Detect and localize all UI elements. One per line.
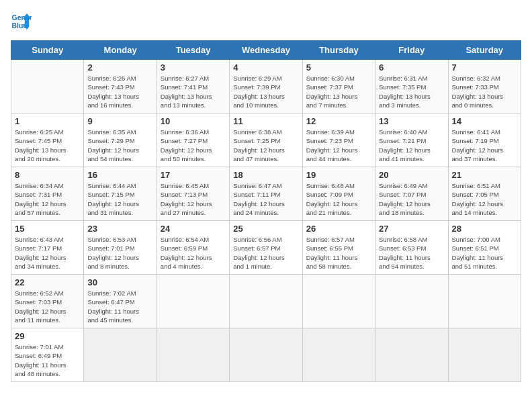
- day-cell: [375, 275, 448, 328]
- day-detail: Sunrise: 6:54 AMSunset: 6:59 PMDaylight:…: [161, 235, 226, 271]
- day-cell: 1Sunrise: 6:25 AMSunset: 7:45 PMDaylight…: [11, 113, 84, 167]
- day-number: 9: [87, 116, 152, 126]
- day-cell: 10Sunrise: 6:36 AMSunset: 7:27 PMDayligh…: [157, 113, 229, 167]
- day-number: 16: [87, 170, 152, 180]
- day-detail: Sunrise: 6:47 AMSunset: 7:11 PMDaylight:…: [233, 181, 298, 217]
- day-number: 26: [306, 224, 371, 234]
- day-cell: 25Sunrise: 6:56 AMSunset: 6:57 PMDayligh…: [230, 221, 302, 275]
- header-friday: Friday: [375, 41, 448, 60]
- day-cell: 2Sunrise: 6:26 AMSunset: 7:43 PMDaylight…: [84, 60, 157, 113]
- day-number: 8: [15, 170, 80, 180]
- day-number: 14: [452, 116, 517, 126]
- day-cell: [302, 328, 375, 382]
- day-number: 10: [161, 116, 226, 126]
- day-detail: Sunrise: 6:25 AMSunset: 7:45 PMDaylight:…: [15, 128, 80, 163]
- header-sunday: Sunday: [11, 41, 84, 60]
- day-detail: Sunrise: 6:43 AMSunset: 7:17 PMDaylight:…: [15, 235, 80, 271]
- day-detail: Sunrise: 6:58 AMSunset: 6:53 PMDaylight:…: [379, 235, 444, 271]
- day-detail: Sunrise: 6:44 AMSunset: 7:15 PMDaylight:…: [87, 181, 152, 217]
- day-detail: Sunrise: 6:30 AMSunset: 7:37 PMDaylight:…: [306, 74, 371, 109]
- calendar-table: SundayMondayTuesdayWednesdayThursdayFrid…: [11, 40, 521, 382]
- day-detail: Sunrise: 7:00 AMSunset: 6:51 PMDaylight:…: [452, 235, 517, 271]
- day-number: 3: [161, 62, 226, 73]
- day-number: 13: [379, 116, 444, 126]
- day-number: 5: [306, 62, 371, 73]
- day-detail: Sunrise: 6:41 AMSunset: 7:19 PMDaylight:…: [452, 128, 517, 163]
- day-number: 15: [15, 224, 80, 234]
- calendar-header: SundayMondayTuesdayWednesdayThursdayFrid…: [11, 41, 521, 60]
- day-number: 28: [452, 224, 517, 234]
- day-detail: Sunrise: 6:49 AMSunset: 7:07 PMDaylight:…: [379, 181, 444, 217]
- logo: General Blue: [11, 11, 32, 32]
- day-number: 29: [15, 331, 80, 341]
- day-cell: 8Sunrise: 6:34 AMSunset: 7:31 PMDaylight…: [11, 167, 84, 221]
- day-number: 12: [306, 116, 371, 126]
- day-detail: Sunrise: 6:29 AMSunset: 7:39 PMDaylight:…: [233, 74, 298, 109]
- day-detail: Sunrise: 7:01 AMSunset: 6:49 PMDaylight:…: [15, 342, 80, 378]
- day-number: 2: [87, 62, 152, 73]
- day-number: 23: [87, 224, 152, 234]
- day-number: 7: [452, 62, 517, 73]
- day-cell: [84, 328, 157, 382]
- day-cell: [157, 275, 229, 328]
- day-detail: Sunrise: 6:51 AMSunset: 7:05 PMDaylight:…: [452, 181, 517, 217]
- day-cell: 22Sunrise: 6:52 AMSunset: 7:03 PMDayligh…: [11, 275, 84, 328]
- day-cell: 19Sunrise: 6:48 AMSunset: 7:09 PMDayligh…: [302, 167, 375, 221]
- day-cell: 14Sunrise: 6:41 AMSunset: 7:19 PMDayligh…: [448, 113, 521, 167]
- day-cell: 30Sunrise: 7:02 AMSunset: 6:47 PMDayligh…: [84, 275, 157, 328]
- day-detail: Sunrise: 6:52 AMSunset: 7:03 PMDaylight:…: [15, 289, 80, 324]
- header: General Blue: [11, 11, 521, 32]
- day-number: 20: [379, 170, 444, 180]
- day-cell: [230, 275, 302, 328]
- week-row-6: 29Sunrise: 7:01 AMSunset: 6:49 PMDayligh…: [11, 328, 521, 382]
- week-row-3: 8Sunrise: 6:34 AMSunset: 7:31 PMDaylight…: [11, 167, 521, 221]
- day-cell: 6Sunrise: 6:31 AMSunset: 7:35 PMDaylight…: [375, 60, 448, 113]
- day-detail: Sunrise: 6:32 AMSunset: 7:33 PMDaylight:…: [452, 74, 517, 109]
- day-cell: [375, 328, 448, 382]
- day-detail: Sunrise: 6:39 AMSunset: 7:23 PMDaylight:…: [306, 128, 371, 163]
- header-thursday: Thursday: [302, 41, 375, 60]
- day-cell: 17Sunrise: 6:45 AMSunset: 7:13 PMDayligh…: [157, 167, 229, 221]
- day-cell: 29Sunrise: 7:01 AMSunset: 6:49 PMDayligh…: [11, 328, 84, 382]
- day-detail: Sunrise: 6:27 AMSunset: 7:41 PMDaylight:…: [161, 74, 226, 109]
- day-cell: 20Sunrise: 6:49 AMSunset: 7:07 PMDayligh…: [375, 167, 448, 221]
- day-cell: 3Sunrise: 6:27 AMSunset: 7:41 PMDaylight…: [157, 60, 229, 113]
- day-number: 11: [233, 116, 298, 126]
- day-cell: [11, 60, 84, 113]
- week-row-4: 15Sunrise: 6:43 AMSunset: 7:17 PMDayligh…: [11, 221, 521, 275]
- week-row-2: 1Sunrise: 6:25 AMSunset: 7:45 PMDaylight…: [11, 113, 521, 167]
- day-detail: Sunrise: 6:35 AMSunset: 7:29 PMDaylight:…: [87, 128, 152, 163]
- day-number: 4: [233, 62, 298, 73]
- day-cell: [230, 328, 302, 382]
- day-cell: [157, 328, 229, 382]
- day-detail: Sunrise: 6:26 AMSunset: 7:43 PMDaylight:…: [87, 74, 152, 109]
- day-detail: Sunrise: 6:34 AMSunset: 7:31 PMDaylight:…: [15, 181, 80, 217]
- day-number: 21: [452, 170, 517, 180]
- day-cell: 13Sunrise: 6:40 AMSunset: 7:21 PMDayligh…: [375, 113, 448, 167]
- day-detail: Sunrise: 7:02 AMSunset: 6:47 PMDaylight:…: [87, 289, 152, 324]
- day-detail: Sunrise: 6:53 AMSunset: 7:01 PMDaylight:…: [87, 235, 152, 271]
- day-cell: 7Sunrise: 6:32 AMSunset: 7:33 PMDaylight…: [448, 60, 521, 113]
- day-cell: 11Sunrise: 6:38 AMSunset: 7:25 PMDayligh…: [230, 113, 302, 167]
- day-detail: Sunrise: 6:40 AMSunset: 7:21 PMDaylight:…: [379, 128, 444, 163]
- day-cell: 9Sunrise: 6:35 AMSunset: 7:29 PMDaylight…: [84, 113, 157, 167]
- day-number: 1: [15, 116, 80, 126]
- day-cell: 16Sunrise: 6:44 AMSunset: 7:15 PMDayligh…: [84, 167, 157, 221]
- day-number: 27: [379, 224, 444, 234]
- day-cell: 27Sunrise: 6:58 AMSunset: 6:53 PMDayligh…: [375, 221, 448, 275]
- day-cell: [448, 275, 521, 328]
- day-cell: 21Sunrise: 6:51 AMSunset: 7:05 PMDayligh…: [448, 167, 521, 221]
- logo-icon: General Blue: [11, 11, 32, 32]
- day-detail: Sunrise: 6:57 AMSunset: 6:55 PMDaylight:…: [306, 235, 371, 271]
- day-number: 17: [161, 170, 226, 180]
- day-number: 30: [87, 277, 152, 287]
- week-row-5: 22Sunrise: 6:52 AMSunset: 7:03 PMDayligh…: [11, 275, 521, 328]
- day-number: 6: [379, 62, 444, 73]
- header-wednesday: Wednesday: [230, 41, 302, 60]
- day-detail: Sunrise: 6:31 AMSunset: 7:35 PMDaylight:…: [379, 74, 444, 109]
- day-cell: 15Sunrise: 6:43 AMSunset: 7:17 PMDayligh…: [11, 221, 84, 275]
- header-saturday: Saturday: [448, 41, 521, 60]
- header-monday: Monday: [84, 41, 157, 60]
- day-cell: 4Sunrise: 6:29 AMSunset: 7:39 PMDaylight…: [230, 60, 302, 113]
- day-detail: Sunrise: 6:36 AMSunset: 7:27 PMDaylight:…: [161, 128, 226, 163]
